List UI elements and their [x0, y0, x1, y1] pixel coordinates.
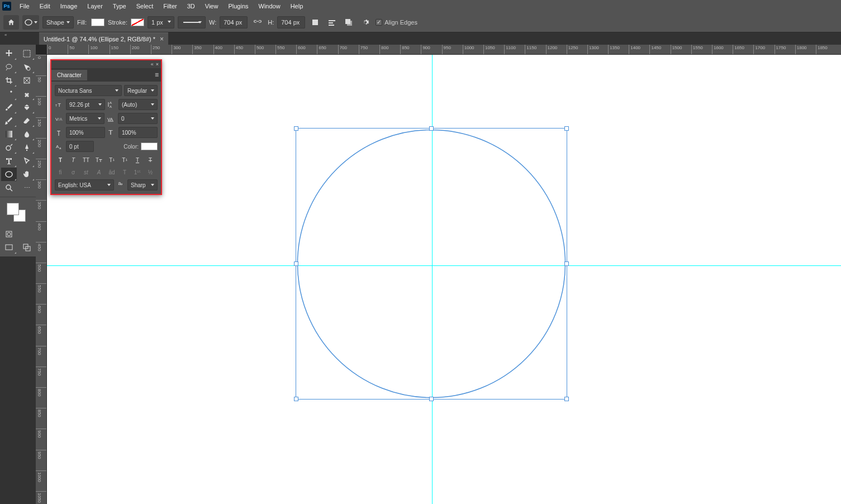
panel-header[interactable]: « × — [51, 60, 161, 68]
height-input[interactable]: 704 px — [277, 16, 305, 28]
collapse-chevron-icon[interactable]: « — [4, 32, 11, 39]
contextual-button[interactable]: σ — [68, 167, 79, 177]
zoom-tool[interactable] — [1, 181, 17, 194]
font-style-select[interactable]: Regular — [124, 85, 158, 96]
blur-tool[interactable] — [19, 127, 35, 141]
ordinals-button[interactable]: 1ˢᵗ — [132, 167, 143, 177]
baseline-input[interactable]: 0 pt — [66, 141, 94, 152]
superscript-button[interactable]: T1 — [106, 155, 117, 165]
align-edges-checkbox[interactable]: Align Edges — [376, 19, 417, 26]
gradient-tool[interactable] — [1, 127, 17, 141]
marquee-tool[interactable] — [19, 47, 35, 60]
type-tool[interactable] — [1, 154, 17, 168]
fg-color-swatch[interactable] — [7, 203, 19, 215]
link-wh-icon[interactable] — [251, 16, 264, 28]
more-tools[interactable]: ⋯ — [19, 181, 35, 194]
titling-button[interactable]: T — [119, 167, 130, 177]
screen-mode2-icon[interactable] — [19, 241, 35, 254]
bold-button[interactable]: T — [55, 155, 66, 165]
ellipse-selection[interactable] — [296, 128, 567, 400]
font-size-input[interactable]: 92.26 pt — [66, 99, 105, 110]
smallcaps-button[interactable]: Tᴛ — [93, 155, 104, 165]
strike-button[interactable]: T — [145, 155, 156, 165]
home-button[interactable] — [3, 15, 19, 30]
italic-button[interactable]: T — [68, 155, 79, 165]
menu-help[interactable]: Help — [286, 2, 308, 11]
menu-file[interactable]: File — [15, 2, 35, 11]
allcaps-button[interactable]: TT — [80, 155, 92, 165]
kerning-select[interactable]: Metrics — [66, 113, 104, 124]
discretionary-button[interactable]: st — [80, 167, 92, 177]
stroke-color-swatch[interactable] — [131, 18, 144, 26]
screen-mode-icon[interactable] — [1, 241, 17, 254]
leading-input[interactable]: (Auto) — [118, 99, 158, 110]
menu-view[interactable]: View — [200, 2, 224, 11]
tracking-input[interactable]: 0 — [118, 113, 158, 124]
handle-ne[interactable] — [564, 126, 569, 131]
menu-select[interactable]: Select — [131, 2, 159, 11]
move-tool[interactable] — [1, 47, 17, 60]
font-family-select[interactable]: Noctura Sans — [55, 85, 122, 96]
menu-image[interactable]: Image — [55, 2, 83, 11]
menu-layer[interactable]: Layer — [82, 2, 108, 11]
menu-filter[interactable]: Filter — [158, 2, 182, 11]
brush-tool[interactable] — [1, 101, 17, 114]
path-ops-icon[interactable] — [308, 16, 322, 28]
underline-button[interactable]: T — [132, 155, 143, 165]
close-tab-icon[interactable]: × — [160, 35, 164, 43]
menu-plugins[interactable]: Plugins — [223, 2, 253, 11]
language-select[interactable]: English: USA — [55, 179, 114, 191]
handle-w[interactable] — [294, 261, 298, 266]
hscale-input[interactable]: 100% — [118, 127, 158, 138]
panel-menu-icon[interactable]: ≡ — [155, 71, 159, 79]
dodge-tool[interactable] — [1, 141, 17, 154]
handle-s[interactable] — [429, 397, 434, 401]
color-picker[interactable] — [7, 203, 27, 223]
stroke-width-input[interactable]: 1 px — [148, 16, 174, 28]
stroke-style-select[interactable] — [178, 16, 206, 28]
hand-tool[interactable] — [19, 168, 35, 181]
width-input[interactable]: 704 px — [220, 16, 248, 28]
clone-stamp-tool[interactable] — [19, 101, 35, 114]
healing-tool[interactable] — [19, 87, 35, 101]
quick-select-tool[interactable] — [19, 60, 35, 74]
subscript-button[interactable]: T1 — [119, 155, 130, 165]
antialias-select[interactable]: Sharp — [127, 179, 158, 191]
align-icon[interactable] — [325, 16, 339, 28]
arrange-icon[interactable] — [342, 16, 355, 28]
character-panel[interactable]: « × Character ≡ Noctura Sans Regular TT … — [50, 59, 162, 195]
path-select-tool[interactable] — [19, 154, 35, 168]
menu-edit[interactable]: Edit — [35, 2, 55, 11]
text-color-swatch[interactable] — [141, 142, 158, 150]
canvas[interactable] — [47, 55, 841, 504]
current-tool-indicator[interactable] — [22, 15, 39, 30]
menu-window[interactable]: Window — [254, 2, 286, 11]
menu-3d[interactable]: 3D — [182, 2, 200, 11]
pen-tool[interactable] — [19, 141, 35, 154]
swash-button[interactable]: A — [93, 167, 104, 177]
collapse-icon[interactable]: « — [151, 61, 154, 67]
eraser-tool[interactable] — [19, 114, 35, 127]
handle-sw[interactable] — [294, 397, 298, 401]
gear-icon[interactable] — [359, 16, 372, 28]
ligatures-button[interactable]: fi — [55, 167, 66, 177]
document-tab[interactable]: Untitled-1 @ 74.4% (Ellipse 2, RGB/8#) *… — [39, 32, 168, 45]
vertical-ruler[interactable]: 0501001502002503003504004505005506006507… — [36, 55, 47, 504]
shape-tool[interactable] — [1, 168, 17, 181]
fill-color-swatch[interactable] — [91, 18, 104, 26]
quick-mask-icon[interactable] — [1, 227, 17, 241]
handle-se[interactable] — [564, 397, 569, 401]
lasso-tool[interactable] — [1, 60, 17, 74]
vscale-input[interactable]: 100% — [66, 127, 105, 138]
menu-type[interactable]: Type — [108, 2, 131, 11]
eyedropper-tool[interactable] — [1, 87, 17, 101]
history-brush-tool[interactable] — [1, 114, 17, 127]
shape-mode-select[interactable]: Shape — [42, 16, 74, 28]
horizontal-ruler[interactable]: 0501001502002503003504004505005506006507… — [47, 45, 841, 55]
frame-tool[interactable] — [19, 74, 35, 87]
handle-e[interactable] — [564, 261, 569, 266]
crop-tool[interactable] — [1, 74, 17, 87]
stylistic-button[interactable]: ād — [106, 167, 117, 177]
character-tab[interactable]: Character — [51, 70, 87, 80]
fractions-button[interactable]: ½ — [145, 167, 156, 177]
